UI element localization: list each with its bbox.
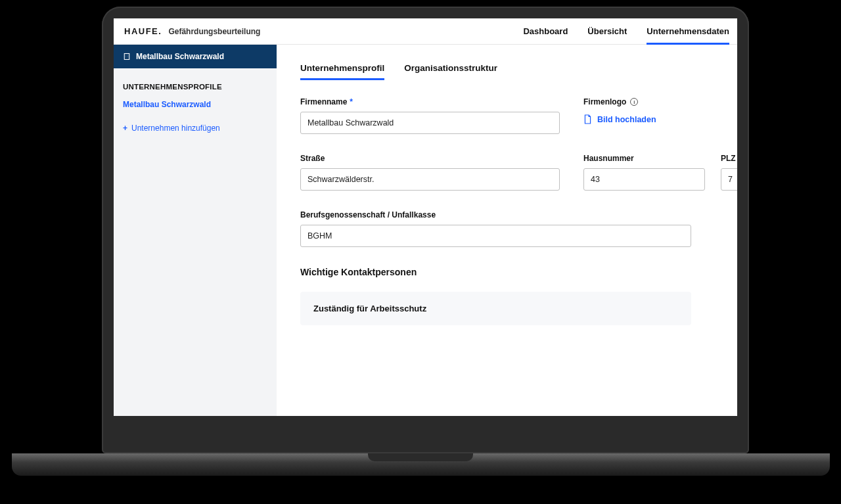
app-title: Gefährdungsbeurteilung [168, 27, 260, 36]
nav-dashboard[interactable]: Dashboard [523, 18, 568, 45]
sidebar-company-link[interactable]: Metallbau Schwarzwald [114, 96, 277, 113]
sidebar: Metallbau Schwarzwald UNTERNEHMENSPROFIL… [114, 45, 277, 416]
bg-input[interactable] [300, 225, 691, 247]
top-navigation: Dashboard Übersicht Unternehmensdaten [523, 18, 729, 45]
add-company-label: Unternehmen hinzufügen [131, 124, 220, 133]
add-company-button[interactable]: + Unternehmen hinzufügen [114, 113, 277, 143]
upload-image-button[interactable]: Bild hochladen [583, 114, 656, 124]
upload-image-label: Bild hochladen [597, 115, 656, 124]
contacts-heading: Wichtige Kontaktpersonen [300, 267, 737, 277]
brand-logo: HAUFE [124, 26, 162, 36]
main-panel: Unternehmensprofil Organisationsstruktur… [277, 45, 737, 416]
sidebar-current-company-label: Metallbau Schwarzwald [136, 52, 224, 61]
contact-card-safety[interactable]: Zuständig für Arbeitsschutz [300, 292, 691, 325]
content-area: Metallbau Schwarzwald UNTERNEHMENSPROFIL… [114, 45, 737, 416]
tab-company-profile[interactable]: Unternehmensprofil [300, 63, 384, 80]
laptop-frame: HAUFE Gefährdungsbeurteilung Dashboard Ü… [102, 7, 749, 453]
plz-label: PLZ [721, 154, 737, 163]
company-name-input[interactable] [300, 112, 560, 134]
field-company-logo: Firmenlogo i Bild hochladen [583, 97, 656, 124]
info-icon[interactable]: i [630, 98, 638, 106]
house-number-label: Hausnummer [583, 154, 705, 163]
plus-icon: + [123, 124, 127, 133]
street-label: Straße [300, 154, 560, 163]
building-icon [123, 53, 131, 60]
sidebar-current-company[interactable]: Metallbau Schwarzwald [114, 45, 277, 68]
field-company-name: Firmenname * [300, 97, 560, 134]
tab-org-structure[interactable]: Organisationsstruktur [404, 63, 497, 80]
plz-input[interactable] [721, 168, 737, 191]
company-logo-label: Firmenlogo [583, 97, 626, 106]
app-screen: HAUFE Gefährdungsbeurteilung Dashboard Ü… [114, 18, 737, 416]
sidebar-section-title: UNTERNEHMENSPROFILE [114, 68, 277, 96]
nav-company-data[interactable]: Unternehmensdaten [647, 18, 729, 45]
contact-card-safety-title: Zuständig für Arbeitsschutz [313, 304, 426, 313]
profile-tabs: Unternehmensprofil Organisationsstruktur [300, 63, 737, 80]
file-icon [583, 114, 592, 124]
laptop-notch [368, 453, 473, 461]
nav-overview[interactable]: Übersicht [587, 18, 627, 45]
topbar: HAUFE Gefährdungsbeurteilung Dashboard Ü… [114, 18, 737, 45]
svg-rect-0 [124, 54, 129, 60]
house-number-input[interactable] [583, 168, 705, 191]
street-input[interactable] [300, 168, 560, 191]
required-indicator: * [350, 97, 353, 106]
company-name-label: Firmenname [300, 97, 347, 106]
bg-label: Berufsgenossenschaft / Unfallkasse [300, 210, 691, 219]
